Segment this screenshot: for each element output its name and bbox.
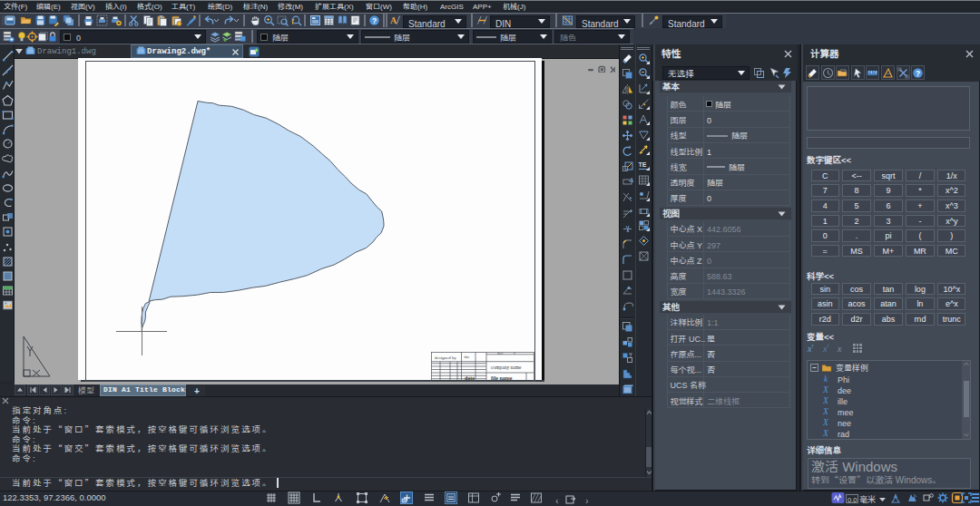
svg-text:company name: company name [491,365,522,370]
svg-text:designed by: designed by [435,355,457,360]
svg-text:?: ? [916,68,920,77]
svg-text:TE: TE [638,161,646,168]
svg-text:date: date [465,375,475,381]
svg-text:sheet: sheet [497,352,503,355]
svg-text:file name: file name [491,375,513,381]
svg-text:date: date [465,355,470,359]
